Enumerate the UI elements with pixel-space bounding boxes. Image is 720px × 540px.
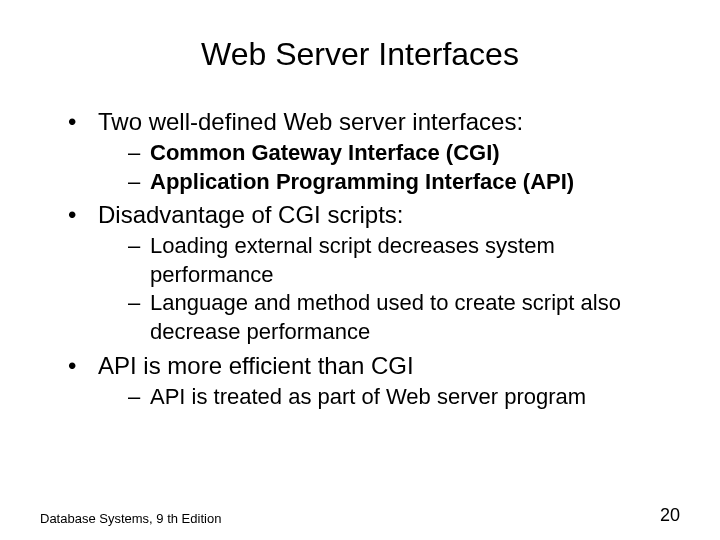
page-number: 20: [660, 505, 680, 526]
list-item: Disadvantage of CGI scripts: Loading ext…: [68, 200, 680, 346]
bullet-list: Two well-defined Web server interfaces: …: [40, 107, 680, 411]
sub-bullet-text: Common Gateway Interface (CGI): [150, 140, 500, 165]
sub-bullet-text: Application Programming Interface (API): [150, 169, 574, 194]
sub-bullet-text: Loading external script decreases system…: [150, 233, 555, 287]
sub-list: Common Gateway Interface (CGI) Applicati…: [98, 139, 680, 196]
sub-list: API is treated as part of Web server pro…: [98, 383, 680, 412]
slide-title: Web Server Interfaces: [40, 36, 680, 73]
list-item: Two well-defined Web server interfaces: …: [68, 107, 680, 196]
list-item: Loading external script decreases system…: [128, 232, 680, 289]
sub-bullet-text: API is treated as part of Web server pro…: [150, 384, 586, 409]
bullet-text: Two well-defined Web server interfaces:: [98, 108, 523, 135]
bullet-text: Disadvantage of CGI scripts:: [98, 201, 403, 228]
sub-bullet-text: Language and method used to create scrip…: [150, 290, 621, 344]
list-item: API is treated as part of Web server pro…: [128, 383, 680, 412]
footer-source: Database Systems, 9 th Edition: [40, 511, 221, 526]
list-item: API is more efficient than CGI API is tr…: [68, 351, 680, 412]
list-item: Common Gateway Interface (CGI): [128, 139, 680, 168]
footer: Database Systems, 9 th Edition 20: [40, 505, 680, 526]
list-item: Language and method used to create scrip…: [128, 289, 680, 346]
bullet-text: API is more efficient than CGI: [98, 352, 414, 379]
list-item: Application Programming Interface (API): [128, 168, 680, 197]
sub-list: Loading external script decreases system…: [98, 232, 680, 346]
